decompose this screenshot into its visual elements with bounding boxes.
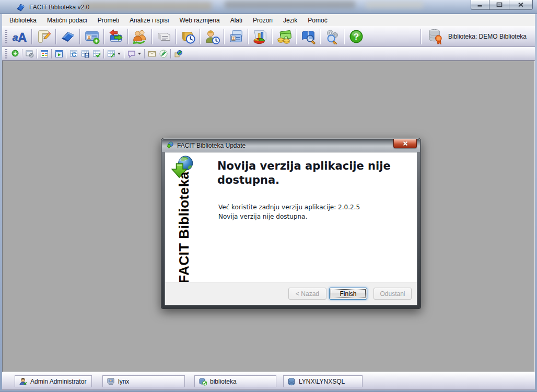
mail-button[interactable] bbox=[146, 49, 158, 59]
add-member-button[interactable] bbox=[81, 28, 102, 45]
grid-export-button[interactable] bbox=[106, 49, 117, 59]
update-globe-icon bbox=[11, 50, 19, 58]
toolbar-separator bbox=[344, 29, 345, 44]
reservations-button[interactable] bbox=[178, 28, 199, 45]
menu-prozori[interactable]: Prozori bbox=[248, 15, 278, 26]
menu-maticni-podaci[interactable]: Matični podaci bbox=[42, 15, 92, 26]
menu-analize-i-ispisi[interactable]: Analize i ispisi bbox=[124, 15, 174, 26]
admin-user-icon bbox=[19, 377, 27, 386]
dialog-heading: Novija verzija aplikacije nije dostupna. bbox=[217, 159, 401, 188]
svg-text:a: a bbox=[13, 31, 18, 42]
active-library-label: Biblioteka: DEMO Biblioteka bbox=[448, 33, 527, 40]
statistics-button[interactable] bbox=[250, 28, 271, 45]
update-dialog: FACIT Biblioteka Update bbox=[161, 138, 421, 309]
menu-bar: Biblioteka Matični podaci Prometi Analiz… bbox=[2, 14, 535, 26]
restore-button[interactable] bbox=[489, 0, 509, 10]
comment-button[interactable] bbox=[126, 49, 137, 59]
computer-user-icon bbox=[107, 377, 115, 386]
advanced-options-button[interactable] bbox=[322, 28, 343, 45]
grid-check-button[interactable] bbox=[91, 49, 102, 59]
acquisition-button[interactable] bbox=[33, 28, 54, 45]
application-window: FACIT Biblioteka v2.0 Biblioteka Matični… bbox=[0, 0, 537, 392]
status-server-label: LYNX\LYNXSQL bbox=[299, 378, 345, 385]
toolbar-grip[interactable] bbox=[5, 49, 7, 58]
window-titlebar[interactable]: FACIT Biblioteka v2.0 bbox=[0, 0, 537, 14]
font-catalog-icon: aA bbox=[12, 29, 28, 44]
toolbar-separator bbox=[296, 29, 297, 44]
catalog-book-icon bbox=[60, 29, 76, 44]
dialog-footer: < Nazad Finish Odustani bbox=[165, 282, 417, 305]
toolbar-separator bbox=[272, 29, 273, 44]
member-history-button[interactable] bbox=[202, 28, 223, 45]
catalog-button[interactable] bbox=[57, 28, 78, 45]
finance-button[interactable] bbox=[274, 28, 295, 45]
status-workstation-label: lynx bbox=[118, 378, 129, 385]
grid-export-dropdown-caret[interactable] bbox=[118, 53, 121, 55]
back-button[interactable]: < Nazad bbox=[288, 288, 326, 300]
edit-note-button[interactable] bbox=[158, 49, 169, 59]
update-globe-icon bbox=[166, 141, 174, 149]
toolbar-separator bbox=[55, 29, 56, 44]
restore-icon bbox=[496, 2, 503, 7]
menu-web-razmjena[interactable]: Web razmjena bbox=[174, 15, 225, 26]
finish-button[interactable]: Finish bbox=[329, 288, 367, 300]
grid-export-icon bbox=[107, 50, 115, 58]
menu-prometi[interactable]: Prometi bbox=[92, 15, 124, 26]
grid-save-button[interactable] bbox=[79, 49, 91, 59]
toolbar-separator bbox=[224, 29, 225, 44]
glass-blur-decoration bbox=[81, 2, 212, 10]
toolbar-separator bbox=[51, 49, 52, 58]
menu-pomoc[interactable]: Pomoć bbox=[302, 15, 332, 26]
grid-check-icon bbox=[92, 50, 101, 58]
grid-refresh-button[interactable] bbox=[68, 49, 79, 59]
window-border bbox=[0, 390, 537, 392]
svg-text:?: ? bbox=[354, 32, 359, 42]
grid-refresh-icon bbox=[69, 50, 78, 58]
window-controls bbox=[471, 0, 533, 10]
status-database-label: biblioteka bbox=[210, 378, 237, 385]
window-start-button[interactable] bbox=[53, 49, 65, 59]
svg-text:A: A bbox=[18, 31, 27, 44]
menu-alati[interactable]: Alati bbox=[225, 15, 248, 26]
window-list-button[interactable] bbox=[39, 49, 50, 59]
members-icon bbox=[132, 29, 148, 44]
mail-icon bbox=[148, 50, 156, 58]
comment-dropdown-caret[interactable] bbox=[138, 53, 141, 55]
dialog-close-button[interactable] bbox=[393, 139, 417, 148]
dialog-content: FACIT Biblioteka Novija verzija aplikaci… bbox=[165, 152, 417, 305]
close-button[interactable] bbox=[509, 0, 533, 10]
finance-money-icon bbox=[276, 29, 292, 44]
menu-biblioteka[interactable]: Biblioteka bbox=[4, 15, 42, 26]
toolbar-separator bbox=[144, 49, 145, 58]
font-catalog-button[interactable]: aA bbox=[9, 28, 30, 45]
database-icon bbox=[287, 377, 296, 386]
update-button[interactable] bbox=[9, 49, 21, 59]
dialog-sidebar-brand: FACIT Biblioteka bbox=[176, 171, 192, 283]
dialog-message-line2: Novija verzija nije dostupna. bbox=[218, 212, 360, 221]
toolbar-separator bbox=[170, 49, 171, 58]
dialog-titlebar[interactable]: FACIT Biblioteka Update bbox=[162, 139, 420, 152]
close-icon bbox=[518, 2, 524, 7]
status-bar: Admin Administrator lynx biblioteka LYNX… bbox=[2, 372, 535, 390]
help-button[interactable]: ? bbox=[346, 28, 367, 45]
cancel-button[interactable]: Odustani bbox=[373, 288, 412, 300]
catalog-search-button[interactable] bbox=[298, 28, 319, 45]
active-library-indicator: Biblioteka: DEMO Biblioteka bbox=[423, 28, 533, 45]
toolbar-separator bbox=[200, 29, 201, 44]
status-panel-user: Admin Administrator bbox=[15, 375, 92, 387]
window-settings-button[interactable] bbox=[24, 49, 36, 59]
window-border bbox=[535, 14, 537, 390]
member-cards-button[interactable] bbox=[226, 28, 247, 45]
dialog-message: Već koristite zadnju verziju aplikacije:… bbox=[218, 203, 360, 221]
circulation-button[interactable] bbox=[106, 28, 126, 45]
web-export-button[interactable] bbox=[172, 49, 184, 59]
toolbar-grip[interactable] bbox=[5, 30, 7, 43]
toolbar-separator bbox=[103, 29, 104, 44]
members-button[interactable] bbox=[130, 28, 150, 45]
menu-jezik[interactable]: Jezik bbox=[278, 15, 302, 26]
status-panel-database: biblioteka bbox=[194, 375, 276, 387]
minimize-button[interactable] bbox=[471, 0, 489, 10]
periodicals-button[interactable] bbox=[154, 28, 174, 45]
main-toolbar: aA bbox=[2, 26, 535, 47]
toolbar-separator bbox=[22, 49, 23, 58]
